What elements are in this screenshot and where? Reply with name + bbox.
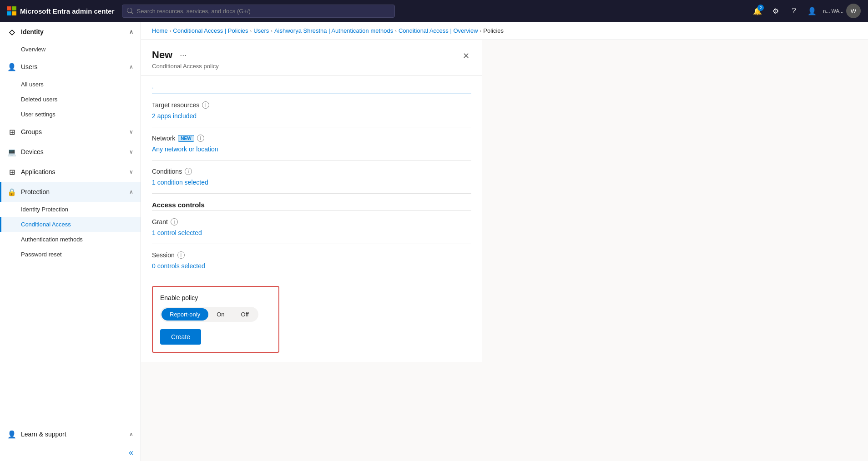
sidebar-item-identity-protection[interactable]: Identity Protection: [0, 202, 141, 217]
conditions-section: Conditions i 1 condition selected: [152, 160, 471, 194]
access-controls-header: Access controls: [152, 194, 471, 211]
sidebar-item-all-users[interactable]: All users: [0, 77, 141, 92]
users-icon: 👤: [7, 62, 16, 71]
breadcrumb-users[interactable]: Users: [253, 27, 269, 34]
groups-chevron: ∨: [129, 129, 133, 135]
settings-button[interactable]: ⚙: [768, 4, 783, 18]
sidebar-item-auth-methods[interactable]: Authentication methods: [0, 232, 141, 247]
breadcrumb-sep-3: ›: [395, 28, 397, 34]
network-value[interactable]: Any network or location: [152, 145, 471, 153]
topbar: Microsoft Entra admin center 🔔 2 ⚙ ? 👤 n…: [0, 0, 868, 22]
svg-rect-1: [12, 6, 16, 10]
main-layout: ◇ Identity ∧ Overview 👤 Users ∧ All user…: [0, 22, 868, 461]
sidebar-item-users[interactable]: 👤 Users ∧: [0, 57, 141, 77]
learn-icon: 👤: [7, 430, 16, 439]
devices-chevron: ∨: [129, 149, 133, 155]
sidebar-item-password-reset[interactable]: Password reset: [0, 247, 141, 262]
sidebar-item-conditional-access[interactable]: Conditional Access: [0, 217, 141, 232]
policy-name-indicator: ·: [152, 84, 154, 91]
target-resources-info-icon[interactable]: i: [202, 101, 209, 109]
grant-info-icon[interactable]: i: [171, 218, 178, 225]
topbar-icons: 🔔 2 ⚙ ? 👤 n... WA... W: [750, 4, 861, 18]
groups-icon: ⊞: [7, 127, 16, 136]
panel-title: New: [152, 49, 172, 61]
sidebar-item-user-settings[interactable]: User settings: [0, 107, 141, 122]
target-resources-section: Target resources i 2 apps included: [152, 94, 471, 127]
protection-icon: 🔒: [7, 187, 16, 196]
learn-chevron: ∧: [129, 431, 133, 437]
grant-section: Grant i 1 control selected: [152, 211, 471, 244]
sidebar-item-overview[interactable]: Overview: [0, 42, 141, 57]
session-info-icon[interactable]: i: [177, 251, 185, 259]
users-chevron: ∧: [129, 64, 133, 70]
content-area: Home › Conditional Access | Policies › U…: [141, 22, 868, 461]
search-input[interactable]: [137, 5, 390, 17]
panel-menu-button[interactable]: ···: [177, 50, 189, 61]
identity-icon: ◇: [7, 27, 16, 36]
brand-title: Microsoft Entra admin center: [7, 6, 115, 15]
breadcrumb-ca-policies[interactable]: Conditional Access | Policies: [173, 27, 248, 34]
svg-rect-2: [7, 11, 11, 15]
conditions-value[interactable]: 1 condition selected: [152, 179, 471, 186]
sidebar-item-devices[interactable]: 💻 Devices ∨: [0, 142, 141, 162]
new-policy-panel: New ··· Conditional Access policy ✕ ·: [141, 40, 482, 362]
panel-subtitle: Conditional Access policy: [152, 63, 219, 70]
identity-chevron: ∧: [129, 29, 133, 35]
create-button[interactable]: Create: [160, 329, 201, 345]
panel-close-button[interactable]: ✕: [461, 49, 471, 63]
grant-label: Grant: [152, 218, 168, 225]
breadcrumb-policies: Policies: [483, 27, 504, 34]
sidebar-item-protection[interactable]: 🔒 Protection ∧: [0, 182, 141, 202]
breadcrumb-sep-2: ›: [271, 28, 273, 34]
applications-icon: ⊞: [7, 167, 16, 176]
enable-policy-toggle: Report-only On Off: [160, 307, 258, 322]
panel-body: · Target resources i 2 apps included Net…: [141, 75, 482, 277]
brand-icon: [7, 6, 16, 15]
feedback-button[interactable]: 👤: [805, 4, 819, 18]
breadcrumb-sep-4: ›: [480, 28, 482, 34]
search-bar[interactable]: [122, 5, 395, 18]
sidebar-collapse-button[interactable]: «: [0, 444, 141, 461]
notification-badge: 2: [757, 5, 764, 11]
breadcrumb: Home › Conditional Access | Policies › U…: [141, 22, 868, 40]
user-menu[interactable]: n... WA... W: [823, 4, 861, 18]
session-label: Session: [152, 251, 175, 259]
network-new-badge: NEW: [178, 135, 194, 142]
svg-rect-3: [12, 11, 16, 15]
enable-policy-box: Enable policy Report-only On Off Create: [152, 286, 279, 353]
breadcrumb-ca-overview[interactable]: Conditional Access | Overview: [399, 27, 478, 34]
sidebar-item-deleted-users[interactable]: Deleted users: [0, 92, 141, 107]
target-resources-value[interactable]: 2 apps included: [152, 112, 471, 120]
protection-chevron: ∧: [129, 189, 133, 195]
svg-rect-0: [7, 6, 11, 10]
toggle-report-only[interactable]: Report-only: [161, 308, 208, 321]
search-icon: [127, 8, 133, 14]
breadcrumb-auth-methods[interactable]: Aishworya Shrestha | Authentication meth…: [274, 27, 393, 34]
sidebar-item-learn-support[interactable]: 👤 Learn & support ∧: [0, 424, 141, 444]
sidebar-item-groups[interactable]: ⊞ Groups ∨: [0, 122, 141, 142]
applications-chevron: ∨: [129, 169, 133, 175]
session-section: Session i 0 controls selected: [152, 244, 471, 277]
sidebar: ◇ Identity ∧ Overview 👤 Users ∧ All user…: [0, 22, 141, 461]
help-button[interactable]: ?: [787, 4, 801, 18]
toggle-on[interactable]: On: [208, 308, 232, 321]
network-info-icon[interactable]: i: [197, 135, 204, 142]
sidebar-item-identity[interactable]: ◇ Identity ∧: [0, 22, 141, 42]
conditions-label: Conditions: [152, 168, 182, 175]
toggle-off[interactable]: Off: [233, 308, 257, 321]
network-section: Network NEW i Any network or location: [152, 127, 471, 160]
session-value[interactable]: 0 controls selected: [152, 262, 471, 270]
notifications-button[interactable]: 🔔 2: [750, 4, 765, 18]
user-label: n... WA...: [823, 8, 843, 14]
conditions-info-icon[interactable]: i: [185, 168, 192, 175]
avatar: W: [846, 4, 861, 18]
devices-icon: 💻: [7, 147, 16, 156]
sidebar-item-applications[interactable]: ⊞ Applications ∨: [0, 162, 141, 182]
breadcrumb-home[interactable]: Home: [152, 27, 168, 34]
target-resources-label: Target resources: [152, 101, 199, 109]
grant-value[interactable]: 1 control selected: [152, 229, 471, 236]
enable-policy-label: Enable policy: [160, 294, 271, 301]
panel-header: New ··· Conditional Access policy ✕: [141, 40, 482, 75]
breadcrumb-sep-0: ›: [170, 28, 172, 34]
breadcrumb-sep-1: ›: [250, 28, 252, 34]
